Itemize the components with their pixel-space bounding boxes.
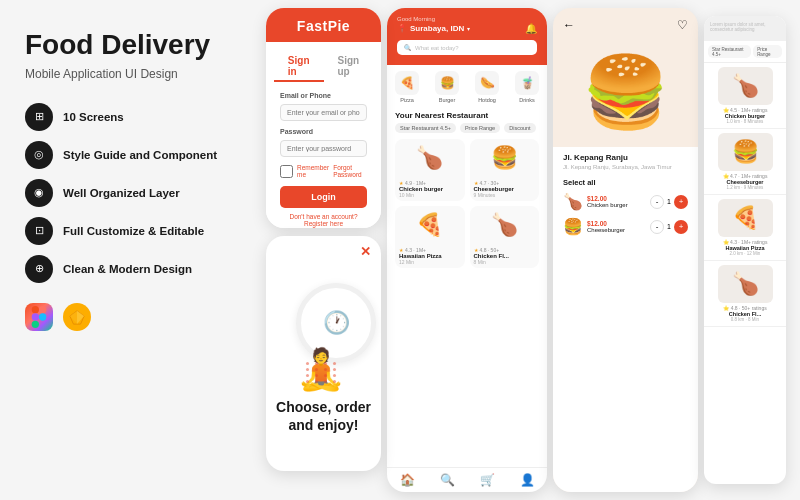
food-card-meta: 9 Minutes <box>474 192 536 198</box>
food-card[interactable]: 🍕 ★4.3 · 1M+ Hawaiian Pizza 12 Min <box>395 206 465 268</box>
back-icon[interactable]: ← <box>563 18 575 32</box>
dots-decoration <box>306 362 339 383</box>
home-nav-icon[interactable]: 🏠 <box>400 473 415 487</box>
sign-up-tab[interactable]: Sign up <box>324 52 374 82</box>
feature-layer: ◉ Well Organized Layer <box>25 179 235 207</box>
app-name-header: FastPie <box>266 8 381 42</box>
far-food-image: 🍗 <box>718 265 773 303</box>
food-card-image: 🍗 <box>470 206 540 244</box>
figma-icon <box>25 303 53 331</box>
food-cat-drinks[interactable]: 🧋 Drinks <box>515 71 539 103</box>
decrement-button[interactable]: - <box>650 195 664 209</box>
page-title: Food Delivery <box>25 30 235 61</box>
forgot-password-link[interactable]: Forgot Password <box>333 164 367 178</box>
far-food-item[interactable]: 🍕 ⭐ 4.3 · 1M+ ratings Hawaiian Pizza 2.0… <box>704 195 786 261</box>
food-card[interactable]: 🍗 ★4.8 · 50+ Chicken Fl... 8 Min <box>470 206 540 268</box>
screens-label: 10 Screens <box>63 111 124 123</box>
style-icon: ◎ <box>25 141 53 169</box>
food-cat-hotdog[interactable]: 🌭 Hotdog <box>475 71 499 103</box>
promo-phone: ✕ 🕐 🧘 Choose, order and enjoy! <box>266 236 381 471</box>
layer-icon: ◉ <box>25 179 53 207</box>
promo-illustration: 🕐 🧘 <box>276 273 371 393</box>
cart-item-emoji: 🍗 <box>563 192 583 211</box>
increment-button[interactable]: + <box>674 195 688 209</box>
search-icon: 🔍 <box>404 44 411 51</box>
remember-checkbox[interactable] <box>280 165 293 178</box>
search-placeholder: What eat today? <box>415 45 459 51</box>
password-input[interactable] <box>280 140 367 157</box>
food-card[interactable]: 🍔 ★4.7 · 30+ Cheeseburger 9 Minutes <box>470 139 540 201</box>
food-cat-icon: 🍔 <box>435 71 459 95</box>
close-icon[interactable]: ✕ <box>360 244 371 259</box>
svg-rect-2 <box>32 313 39 320</box>
far-filter-chip[interactable]: Price Range <box>753 45 782 58</box>
cart-item-emoji: 🍔 <box>563 217 583 236</box>
food-card-image: 🍕 <box>395 206 465 244</box>
food-card-image: 🍔 <box>470 139 540 177</box>
far-food-sub: 0.8 km · 8 Min <box>731 317 759 322</box>
far-food-image: 🍕 <box>718 199 773 237</box>
cart-item: 🍗 $12.00 Chicken burger - 1 + <box>563 192 688 211</box>
far-food-item[interactable]: 🍔 ⭐ 4.7 · 1M+ ratings Cheeseburger 1.2 k… <box>704 129 786 195</box>
promo-content: 🕐 🧘 Choose, order and enjoy! <box>266 236 381 471</box>
restaurant-name: Jl. Kepang Ranju <box>563 153 688 162</box>
email-label: Email or Phone <box>280 92 367 99</box>
cart-items: 🍗 $12.00 Chicken burger - 1 + 🍔 $12.00 C… <box>563 192 688 236</box>
food-cat-icon: 🧋 <box>515 71 539 95</box>
sign-in-tab[interactable]: Sign in <box>274 52 324 82</box>
far-food-sub: 1.0 km · 8 Minutes <box>727 119 764 124</box>
page-subtitle: Mobile Application UI Design <box>25 67 235 81</box>
far-food-sub: 1.2 km · 9 Minutes <box>727 185 764 190</box>
far-food-item[interactable]: 🍗 ⭐ 4.5 · 1M+ ratings Chicken burger 1.0… <box>704 63 786 129</box>
style-label: Style Guide and Component <box>63 149 217 161</box>
svg-rect-0 <box>32 306 39 313</box>
food-card-meta: 8 Min <box>474 259 536 265</box>
decrement-button[interactable]: - <box>650 220 664 234</box>
cart-item-name: Cheeseburger <box>587 227 646 233</box>
app-name: FastPie <box>297 18 350 34</box>
feature-style: ◎ Style Guide and Component <box>25 141 235 169</box>
far-food-item[interactable]: 🍗 ⭐ 4.8 · 50+ ratings Chicken Fl... 0.8 … <box>704 261 786 327</box>
cart-item-name: Chicken burger <box>587 202 646 208</box>
search-nav-icon[interactable]: 🔍 <box>440 473 455 487</box>
search-bar[interactable]: 🔍 What eat today? <box>397 40 537 55</box>
filter-chip[interactable]: Price Range <box>460 123 500 133</box>
detail-info: Jl. Kepang Ranju Jl. Kepang Ranju, Surab… <box>553 147 698 492</box>
far-food-image: 🍔 <box>718 133 773 171</box>
svg-rect-1 <box>39 306 46 313</box>
food-cat-icon: 🍕 <box>395 71 419 95</box>
design-label: Clean & Modern Design <box>63 263 192 275</box>
cart-item-price: $12.00 <box>587 195 646 202</box>
food-card-image: 🍗 <box>395 139 465 177</box>
tool-icons <box>25 303 235 331</box>
far-right-filter: Star Restaurant 4.5+Price Range <box>704 41 786 63</box>
food-cat-pizza[interactable]: 🍕 Pizza <box>395 71 419 103</box>
favorite-icon[interactable]: ♡ <box>677 18 688 32</box>
profile-nav-icon[interactable]: 👤 <box>520 473 535 487</box>
food-card[interactable]: 🍗 ★4.9 · 1M+ Chicken burger 10 Min <box>395 139 465 201</box>
increment-button[interactable]: + <box>674 220 688 234</box>
food-card-meta: 10 Min <box>399 192 461 198</box>
filter-chip[interactable]: Discount <box>504 123 535 133</box>
screens-icon: ⊞ <box>25 103 53 131</box>
food-cat-label: Pizza <box>400 97 413 103</box>
left-panel: Food Delivery Mobile Application UI Desi… <box>0 0 260 500</box>
features-list: ⊞ 10 Screens ◎ Style Guide and Component… <box>25 103 235 283</box>
login-body: Sign in Sign up Email or Phone Password … <box>266 42 381 228</box>
select-all-label: Select all <box>563 178 688 187</box>
login-button[interactable]: Login <box>280 186 367 208</box>
promo-text: Choose, order and enjoy! <box>276 398 371 434</box>
food-phone: Good Morning 📍 Surabaya, IDN ▾ 🔔 🔍 What … <box>387 8 547 492</box>
far-filter-chip[interactable]: Star Restaurant 4.5+ <box>708 45 751 58</box>
filter-bar: Star Restaurant 4.5+Price RangeDiscount <box>395 123 539 133</box>
sketch-icon <box>63 303 91 331</box>
register-prompt: Don't have an account? Register here <box>280 213 367 227</box>
design-icon: ⊕ <box>25 255 53 283</box>
food-cat-burger[interactable]: 🍔 Burger <box>435 71 459 103</box>
cart-nav-icon[interactable]: 🛒 <box>480 473 495 487</box>
password-label: Password <box>280 128 367 135</box>
food-categories: 🍕 Pizza 🍔 Burger 🌭 Hotdog 🧋 Drinks <box>395 71 539 103</box>
email-input[interactable] <box>280 104 367 121</box>
filter-chip[interactable]: Star Restaurant 4.5+ <box>395 123 456 133</box>
detail-food-image: 🍔 <box>553 37 698 147</box>
